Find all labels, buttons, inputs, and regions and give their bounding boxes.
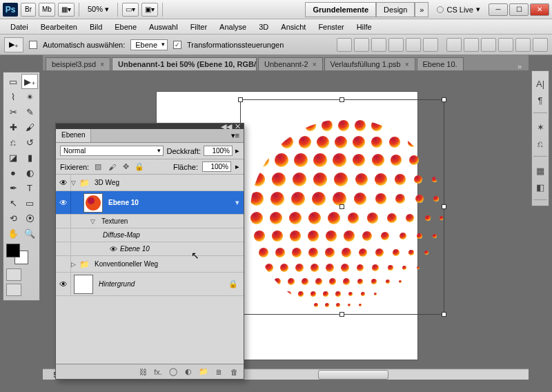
lock-pixels-icon[interactable]: 🖌	[107, 163, 117, 171]
fill-flyout-icon[interactable]: ▸	[235, 162, 239, 171]
screenmode-icon[interactable]	[6, 284, 21, 296]
lock-transparency-icon[interactable]: ▨	[93, 162, 103, 171]
layer-sub-row[interactable]: Diffuse-Map	[56, 228, 244, 242]
zoom-dropdown[interactable]: 50% ▾	[83, 5, 113, 14]
align-icon[interactable]	[371, 38, 386, 52]
crop-tool-icon[interactable]: ✂	[5, 104, 21, 119]
color-swatches[interactable]	[6, 244, 31, 266]
workspace-more[interactable]: »	[415, 2, 428, 17]
visibility-icon[interactable]: 👁	[56, 175, 71, 190]
minimize-button[interactable]: ─	[489, 3, 508, 16]
brushes-panel-icon[interactable]: ✶	[533, 120, 547, 134]
distribute-icon[interactable]	[515, 38, 531, 52]
pen-tool-icon[interactable]: ✒	[5, 180, 21, 195]
layer-name[interactable]: Konventioneller Weg	[92, 260, 244, 268]
auto-select-checkbox[interactable]	[29, 41, 37, 49]
current-tool-icon[interactable]: ▶₊	[4, 37, 23, 52]
align-icon[interactable]	[406, 38, 421, 52]
scrollbar-thumb[interactable]	[318, 370, 388, 380]
doc-tab[interactable]: Unbenannt-2×	[258, 57, 322, 70]
distribute-icon[interactable]	[464, 38, 479, 52]
lock-position-icon[interactable]: ✥	[121, 162, 130, 171]
workspace-essentials[interactable]: Grundelemente	[305, 2, 376, 17]
menu-select[interactable]: Auswahl	[143, 21, 184, 33]
transform-center[interactable]	[339, 204, 344, 209]
marquee-tool-icon[interactable]: ▭	[5, 74, 21, 89]
visibility-icon[interactable]: 👁	[56, 191, 71, 214]
view-extras-button[interactable]: ▦▾	[58, 3, 75, 17]
3d-camera-icon[interactable]: ⦿	[21, 210, 38, 226]
align-icon[interactable]	[388, 38, 404, 52]
transform-handle[interactable]	[339, 97, 344, 102]
history-brush-icon[interactable]: ↺	[21, 135, 38, 150]
transform-controls-checkbox[interactable]	[173, 41, 181, 49]
3d-tool-icon[interactable]: ⟲	[5, 210, 21, 226]
menu-filter[interactable]: Filter	[184, 21, 213, 33]
maximize-button[interactable]: ☐	[509, 3, 529, 16]
close-button[interactable]: ✕	[530, 3, 549, 16]
bridge-button[interactable]: Br	[21, 3, 36, 17]
doc-tab[interactable]: Ebene 10.	[417, 57, 464, 70]
shape-tool-icon[interactable]: ▭	[21, 195, 38, 210]
opacity-input[interactable]: 100%	[204, 146, 233, 156]
visibility-icon[interactable]	[56, 256, 71, 272]
layer-mask-icon[interactable]: ◯	[168, 367, 179, 376]
layer-row[interactable]: 👁 Hintergrund 🔒	[56, 273, 244, 296]
visibility-icon[interactable]	[56, 242, 71, 255]
transform-handle[interactable]	[442, 97, 446, 102]
clone-panel-icon[interactable]: ⎌	[533, 137, 547, 150]
layer-name[interactable]: Hintergrund	[96, 280, 228, 288]
hand-tool-icon[interactable]: ✋	[5, 226, 21, 241]
doc-tab[interactable]: Unbenannt-1 bei 50% (Ebene 10, RGB/8) *×	[112, 57, 257, 70]
layer-thumbnail[interactable]	[74, 275, 93, 294]
wand-tool-icon[interactable]: ✴	[21, 89, 38, 104]
character-panel-icon[interactable]: A|	[533, 77, 547, 90]
arrange-button[interactable]: ▭▾	[122, 3, 139, 17]
quickmask-icon[interactable]	[6, 268, 21, 281]
align-icon[interactable]	[423, 38, 438, 52]
menu-view[interactable]: Ansicht	[275, 21, 312, 33]
new-group-icon[interactable]: 📁	[198, 367, 209, 376]
workspace-design[interactable]: Design	[376, 2, 415, 17]
layer-row[interactable]: 👁 Ebene 10 ▾	[56, 191, 244, 215]
menu-help[interactable]: Hilfe	[351, 21, 378, 33]
layer-sub-row[interactable]: 👁 Ebene 10	[56, 242, 244, 256]
lock-all-icon[interactable]: 🔒	[135, 162, 144, 171]
close-icon[interactable]: ×	[100, 61, 104, 68]
distribute-icon[interactable]	[533, 38, 548, 52]
screenmode-button[interactable]: ▣▾	[141, 3, 158, 17]
layer-name[interactable]: 3D Weg	[92, 179, 244, 186]
fg-color-swatch[interactable]	[6, 244, 20, 257]
auto-select-type[interactable]: Ebene	[130, 39, 168, 50]
layer-sub-row[interactable]: ▽ Texturen	[56, 215, 244, 228]
layer-fx-icon[interactable]: fx.	[152, 368, 164, 376]
layer-effects-icon[interactable]: ▾	[235, 198, 244, 207]
layers-tab[interactable]: Ebenen	[56, 129, 91, 142]
gradient-tool-icon[interactable]: ▮	[21, 150, 38, 165]
swatches-panel-icon[interactable]: ◧	[533, 180, 547, 194]
visibility-icon[interactable]: 👁	[56, 273, 71, 295]
panel-menu-icon[interactable]: ▾≡	[227, 129, 244, 142]
zoom-tool-icon[interactable]: 🔍	[21, 226, 38, 241]
layer-name[interactable]: Ebene 10	[117, 245, 244, 253]
blur-tool-icon[interactable]: ●	[5, 165, 21, 180]
distribute-icon[interactable]	[446, 38, 462, 52]
heal-tool-icon[interactable]: ✚	[5, 119, 21, 135]
doc-tab[interactable]: Verlaufsfüllung 1.psb×	[324, 57, 415, 70]
menu-3d[interactable]: 3D	[253, 21, 275, 33]
distribute-icon[interactable]	[498, 38, 513, 52]
visibility-icon[interactable]	[56, 228, 71, 242]
transform-handle[interactable]	[339, 312, 344, 317]
menu-file[interactable]: Datei	[4, 21, 34, 33]
close-icon[interactable]: ×	[313, 61, 317, 68]
blend-mode-select[interactable]: Normal	[60, 146, 164, 156]
eyedropper-tool-icon[interactable]: ✎	[21, 104, 38, 119]
doc-tab[interactable]: beispiel3.psd×	[46, 57, 110, 70]
close-icon[interactable]: ×	[405, 61, 409, 68]
adjustment-layer-icon[interactable]: ◐	[183, 367, 194, 376]
eraser-tool-icon[interactable]: ◪	[5, 150, 21, 165]
menu-analysis[interactable]: Analyse	[213, 21, 253, 33]
brush-tool-icon[interactable]: 🖌	[21, 119, 38, 135]
opacity-flyout-icon[interactable]: ▸	[235, 146, 239, 155]
visibility-icon[interactable]: 👁	[110, 245, 117, 253]
